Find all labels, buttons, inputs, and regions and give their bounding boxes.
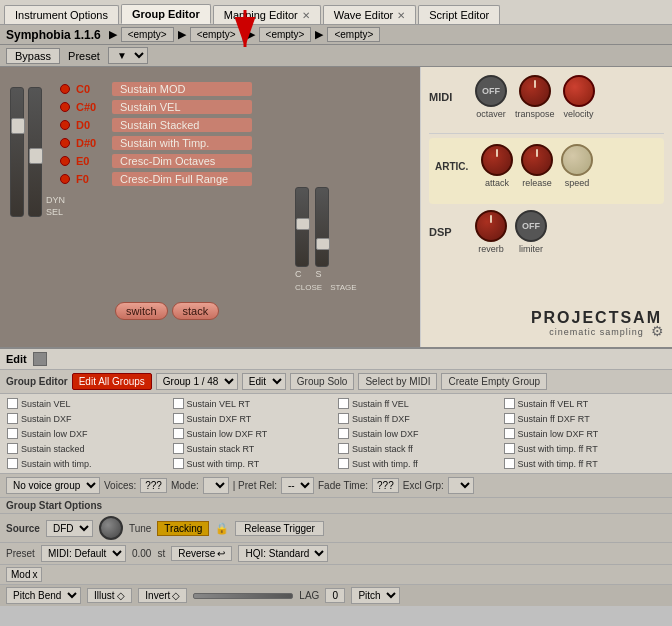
- bypass-button[interactable]: Bypass: [6, 48, 60, 64]
- velocity-knob[interactable]: [563, 75, 595, 107]
- slot-2[interactable]: <empty>: [190, 27, 243, 42]
- slot-3[interactable]: <empty>: [259, 27, 312, 42]
- pret-rel-select[interactable]: --: [281, 477, 314, 494]
- radio-cs0[interactable]: [60, 102, 70, 112]
- radio-f0[interactable]: [60, 174, 70, 184]
- reverb-knob[interactable]: [475, 210, 507, 242]
- group-checkbox[interactable]: [7, 398, 18, 409]
- group-checkbox[interactable]: [338, 413, 349, 424]
- c-slider[interactable]: [295, 187, 309, 267]
- limiter-knob[interactable]: OFF: [515, 210, 547, 242]
- mod-x-button[interactable]: x: [32, 569, 37, 580]
- group-checkbox[interactable]: [7, 413, 18, 424]
- group-checkbox[interactable]: [504, 413, 515, 424]
- name-c0[interactable]: Sustain MOD: [112, 82, 252, 96]
- mode-label: Mode:: [171, 480, 199, 491]
- tab-script-editor[interactable]: Script Editor: [418, 5, 500, 24]
- invert-button[interactable]: Invert ◇: [138, 588, 187, 603]
- sel-label: SEL: [46, 207, 65, 217]
- group-cell-text: Sustain DXF RT: [187, 414, 252, 424]
- radio-c0[interactable]: [60, 84, 70, 94]
- name-e0[interactable]: Cresc-Dim Octaves: [112, 154, 252, 168]
- create-empty-group-button[interactable]: Create Empty Group: [441, 373, 547, 390]
- attack-knob[interactable]: [481, 144, 513, 176]
- slot-4[interactable]: <empty>: [327, 27, 380, 42]
- switch-button[interactable]: switch: [115, 302, 168, 320]
- group-cell-text: Sustain stacked: [21, 444, 85, 454]
- group-checkbox[interactable]: [504, 428, 515, 439]
- nav-arrow[interactable]: ▶: [109, 28, 117, 41]
- edit-all-groups-button[interactable]: Edit All Groups: [72, 373, 152, 390]
- radio-e0[interactable]: [60, 156, 70, 166]
- voice-group-select[interactable]: No voice group: [6, 477, 100, 494]
- radio-ds0[interactable]: [60, 138, 70, 148]
- s-slider[interactable]: [315, 187, 329, 267]
- mode-select[interactable]: [203, 477, 229, 494]
- edit-selector[interactable]: Edit: [242, 373, 286, 390]
- group-checkbox[interactable]: [173, 428, 184, 439]
- slot-1[interactable]: <empty>: [121, 27, 174, 42]
- speed-knob[interactable]: [561, 144, 593, 176]
- reverse-button[interactable]: Reverse ↩: [171, 546, 232, 561]
- artic-knob-row: ARTIC. attack release speed: [435, 144, 658, 188]
- stack-button[interactable]: stack: [172, 302, 220, 320]
- tab-wave-editor[interactable]: Wave Editor ✕: [323, 5, 417, 24]
- release-trigger-button[interactable]: Release Trigger: [235, 521, 324, 536]
- select-by-midi-button[interactable]: Select by MIDI: [358, 373, 437, 390]
- close-wave-icon[interactable]: ✕: [397, 10, 405, 21]
- radio-d0[interactable]: [60, 120, 70, 130]
- excl-grp-select[interactable]: [448, 477, 474, 494]
- group-checkbox[interactable]: [7, 428, 18, 439]
- group-checkbox[interactable]: [173, 458, 184, 469]
- group-selector[interactable]: Group 1 / 48: [156, 373, 238, 390]
- gear-icon[interactable]: ⚙: [651, 323, 664, 339]
- tracking-button[interactable]: Tracking: [157, 521, 209, 536]
- dyn-slider[interactable]: [10, 87, 24, 217]
- group-checkbox[interactable]: [7, 443, 18, 454]
- hqi-select[interactable]: HQI: Standard: [238, 545, 328, 562]
- group-cell-text: Sustain stack RT: [187, 444, 255, 454]
- tune-knob[interactable]: [99, 516, 123, 540]
- note-e0: E0: [76, 155, 106, 167]
- name-f0[interactable]: Cresc-Dim Full Range: [112, 172, 252, 186]
- group-checkbox[interactable]: [504, 398, 515, 409]
- group-checkbox[interactable]: [173, 443, 184, 454]
- pitch-slider[interactable]: [193, 593, 293, 599]
- illust-button[interactable]: Illust ◇: [87, 588, 132, 603]
- group-checkbox[interactable]: [338, 428, 349, 439]
- group-checkbox[interactable]: [7, 458, 18, 469]
- tab-group-editor[interactable]: Group Editor: [121, 4, 211, 24]
- group-cell-text: Sustain low DXF: [352, 429, 419, 439]
- name-cs0[interactable]: Sustain VEL: [112, 100, 252, 114]
- preset-midi-select[interactable]: MIDI: Default: [41, 545, 126, 562]
- bottom-controls-row: No voice group Voices: ??? Mode: | Pret …: [0, 474, 672, 498]
- tab-mapping-editor[interactable]: Mapping Editor ✕: [213, 5, 321, 24]
- attack-label: attack: [485, 178, 509, 188]
- note-c0: C0: [76, 83, 106, 95]
- group-checkbox[interactable]: [338, 398, 349, 409]
- artic-section: ARTIC. attack release speed: [429, 138, 664, 204]
- group-checkbox[interactable]: [173, 413, 184, 424]
- name-ds0[interactable]: Sustain with Timp.: [112, 136, 252, 150]
- edit-square-button[interactable]: [33, 352, 47, 366]
- group-checkbox[interactable]: [173, 398, 184, 409]
- group-checkbox[interactable]: [504, 458, 515, 469]
- release-knob[interactable]: [521, 144, 553, 176]
- transpose-knob[interactable]: [519, 75, 551, 107]
- group-checkbox[interactable]: [504, 443, 515, 454]
- preset-dropdown[interactable]: ▼: [108, 47, 148, 64]
- octaver-knob[interactable]: OFF: [475, 75, 507, 107]
- group-solo-button[interactable]: Group Solo: [290, 373, 355, 390]
- tab-instrument-options[interactable]: Instrument Options: [4, 5, 119, 24]
- name-d0[interactable]: Sustain Stacked: [112, 118, 252, 132]
- limiter-label: limiter: [519, 244, 543, 254]
- close-mapping-icon[interactable]: ✕: [302, 10, 310, 21]
- switch-stack-area: switch stack: [115, 302, 219, 320]
- pitch-type-select[interactable]: Pitch: [351, 587, 400, 604]
- group-checkbox[interactable]: [338, 458, 349, 469]
- source-row: Source DFD Tune Tracking 🔒 Release Trigg…: [0, 514, 672, 543]
- sel-slider[interactable]: [28, 87, 42, 217]
- group-checkbox[interactable]: [338, 443, 349, 454]
- pitch-bend-select[interactable]: Pitch Bend: [6, 587, 81, 604]
- source-select[interactable]: DFD: [46, 520, 93, 537]
